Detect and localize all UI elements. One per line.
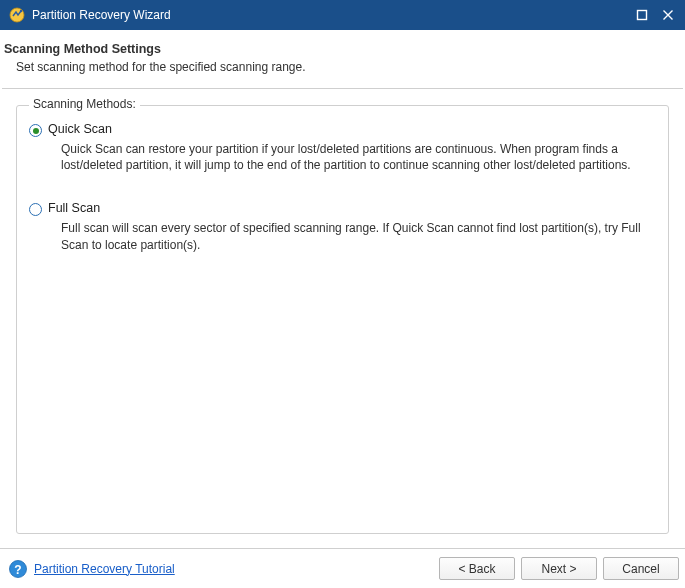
full-scan-description: Full scan will scan every sector of spec… [27,216,650,268]
app-icon [8,6,26,24]
maximize-button[interactable] [635,8,649,22]
scanning-methods-group: Scanning Methods: Quick Scan Quick Scan … [16,105,669,534]
full-scan-label: Full Scan [48,201,100,215]
full-scan-option[interactable]: Full Scan [27,199,650,216]
close-button[interactable] [661,8,675,22]
svg-point-1 [20,10,22,12]
content-area: Scanning Methods: Quick Scan Quick Scan … [0,89,685,534]
window-title: Partition Recovery Wizard [32,8,635,22]
quick-scan-radio[interactable] [29,124,42,137]
svg-rect-2 [638,11,647,20]
quick-scan-option[interactable]: Quick Scan [27,120,650,137]
quick-scan-label: Quick Scan [48,122,112,136]
help-link[interactable]: Partition Recovery Tutorial [34,562,175,576]
wizard-footer: ? Partition Recovery Tutorial < Back Nex… [0,548,685,588]
next-button[interactable]: Next > [521,557,597,580]
page-subtitle: Set scanning method for the specified sc… [4,56,681,74]
wizard-header: Scanning Method Settings Set scanning me… [0,30,685,84]
page-title: Scanning Method Settings [4,42,681,56]
full-scan-radio[interactable] [29,203,42,216]
window-controls [635,8,679,22]
cancel-button[interactable]: Cancel [603,557,679,580]
titlebar: Partition Recovery Wizard [0,0,685,30]
group-legend: Scanning Methods: [29,97,140,111]
help-icon: ? [8,559,28,579]
quick-scan-description: Quick Scan can restore your partition if… [27,137,650,189]
back-button[interactable]: < Back [439,557,515,580]
footer-buttons: < Back Next > Cancel [439,557,679,580]
svg-point-0 [10,8,24,22]
svg-text:?: ? [14,562,21,576]
